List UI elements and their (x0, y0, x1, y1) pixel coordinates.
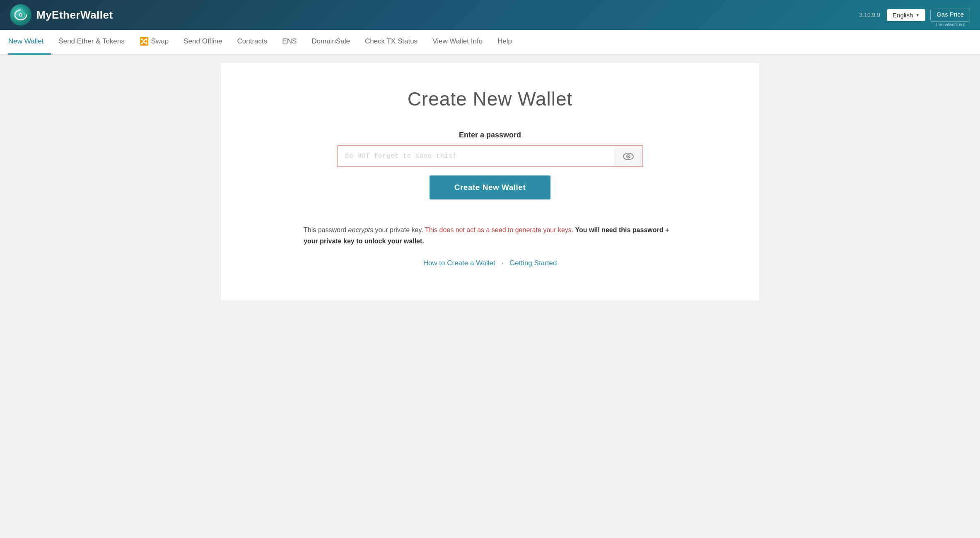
password-input[interactable] (338, 146, 614, 166)
password-label: Enter a password (237, 131, 743, 139)
getting-started-link[interactable]: Getting Started (509, 259, 557, 267)
nav-contracts[interactable]: Contracts (230, 30, 275, 55)
logo-icon (10, 4, 31, 26)
gas-price-label: Gas Price (937, 11, 964, 18)
links-row: How to Create a Wallet · Getting Started (237, 259, 743, 267)
note-red: This does not act as a seed to generate … (425, 226, 573, 233)
main-nav: New Wallet Send Ether & Tokens 🔀 Swap Se… (0, 30, 980, 55)
links-separator: · (502, 259, 504, 267)
nav-send-ether[interactable]: Send Ether & Tokens (51, 30, 132, 55)
note-encrypts: encrypts (348, 226, 373, 233)
nav-check-tx[interactable]: Check TX Status (357, 30, 425, 55)
language-button[interactable]: English ▼ (887, 9, 925, 21)
toggle-password-button[interactable] (614, 146, 642, 166)
swap-icon: 🔀 (140, 37, 149, 46)
nav-help[interactable]: Help (490, 30, 519, 55)
nav-send-offline[interactable]: Send Offline (176, 30, 229, 55)
nav-view-wallet[interactable]: View Wallet Info (425, 30, 490, 55)
logo-area: MyEtherWallet (10, 4, 859, 26)
app-title: MyEtherWallet (36, 9, 113, 22)
note-part1: This password (304, 226, 348, 233)
create-wallet-title: Create New Wallet (237, 88, 743, 110)
version-text: 3.10.9.9 (859, 12, 880, 18)
eye-icon (623, 152, 634, 161)
main-content: Create New Wallet Enter a password Creat… (0, 55, 980, 538)
chevron-down-icon: ▼ (915, 13, 920, 17)
svg-point-2 (20, 14, 22, 16)
create-wallet-button[interactable]: Create New Wallet (430, 175, 551, 199)
network-status: The network is n (931, 22, 970, 27)
svg-point-5 (628, 156, 629, 157)
nav-swap[interactable]: 🔀 Swap (132, 30, 176, 55)
nav-new-wallet[interactable]: New Wallet (8, 30, 51, 55)
how-to-create-link[interactable]: How to Create a Wallet (423, 259, 495, 267)
language-label: English (893, 12, 913, 19)
nav-ens[interactable]: ENS (275, 30, 304, 55)
note-part2: your private key. (373, 226, 425, 233)
gas-price-button[interactable]: Gas Price The network is n (930, 9, 970, 22)
password-input-group (337, 145, 643, 167)
header-right: 3.10.9.9 English ▼ Gas Price The network… (859, 9, 970, 22)
create-wallet-card: Create New Wallet Enter a password Creat… (221, 63, 759, 300)
nav-domain-sale[interactable]: DomainSale (304, 30, 357, 55)
password-note: This password encrypts your private key.… (304, 224, 676, 247)
header: MyEtherWallet 3.10.9.9 English ▼ Gas Pri… (0, 0, 980, 30)
